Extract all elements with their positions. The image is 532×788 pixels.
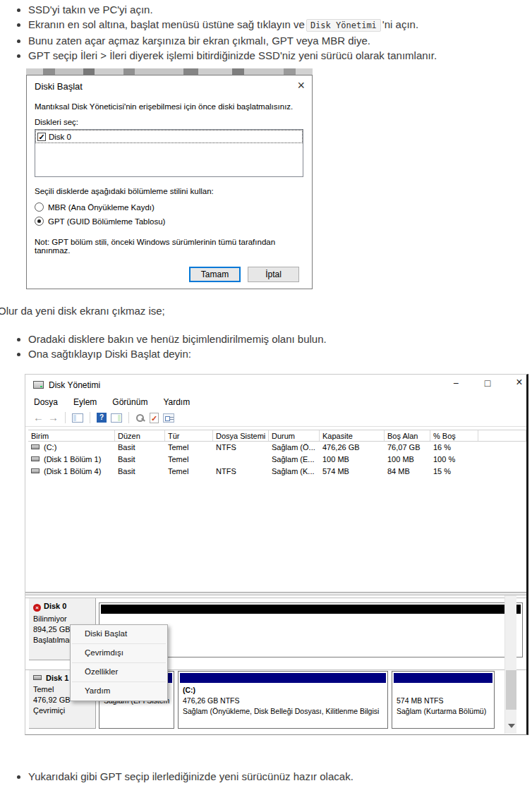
- cell-text: 15 %: [430, 466, 478, 478]
- disk-management-app-icon: [33, 381, 44, 389]
- partition-style-label: Seçili disklerde aşağıdaki bölümleme sti…: [35, 187, 214, 195]
- radio-gpt-row[interactable]: GPT (GUID Bölümleme Tablosu): [35, 217, 165, 226]
- dm-menubar: Dosya Eylem Görünüm Yardım: [25, 396, 526, 409]
- volume-cell: (Disk 1 Bölüm 4): [28, 466, 115, 478]
- fallback-heading: Olur da yeni disk ekranı çıkmaz ise;: [0, 305, 165, 317]
- header-birim[interactable]: Birim: [28, 430, 115, 441]
- cell-filler: [478, 466, 526, 478]
- scroll-down-icon[interactable]: [508, 724, 515, 728]
- context-menu-item-yardim[interactable]: Yardım: [71, 682, 167, 701]
- cell-text: NTFS: [213, 442, 269, 454]
- toolbar-separator: [128, 412, 129, 423]
- disk1-name: Disk 1: [46, 674, 68, 682]
- header-duzen[interactable]: Düzen: [115, 430, 165, 441]
- dm-titlebar: Disk Yönetimi − □ ×: [25, 375, 526, 396]
- radio-mbr-row[interactable]: MBR (Ana Önyükleme Kaydı): [35, 202, 155, 212]
- partition-recovery-text: 574 MB NTFS Sağlam (Kurtarma Bölümü): [392, 683, 494, 717]
- volume-icon: [31, 468, 40, 473]
- cell-text: [213, 454, 269, 466]
- disk0-name: Disk 0: [44, 602, 66, 610]
- cell-text: Temel: [165, 466, 213, 478]
- header-bos-alan[interactable]: Boş Alan: [385, 430, 430, 441]
- cell-text: 476,26 GB: [320, 442, 385, 454]
- intro-bullet-1-text: SSD'yi takın ve PC'yi açın.: [28, 4, 153, 16]
- disk-list-item[interactable]: ✓ Disk 0: [36, 131, 302, 143]
- unallocated-bar: [101, 605, 521, 614]
- vertical-scrollbar[interactable]: [504, 595, 516, 734]
- context-menu-item-ozellikler[interactable]: Özellikler: [71, 663, 167, 681]
- help-icon[interactable]: ?: [97, 413, 107, 423]
- properties-list-icon[interactable]: [163, 413, 174, 423]
- console-tree-icon[interactable]: [72, 413, 83, 423]
- partition-size: 574 MB NTFS: [397, 696, 494, 706]
- header-dosya-sistemi[interactable]: Dosya Sistemi: [213, 430, 269, 441]
- cell-text: Temel: [165, 442, 213, 454]
- header-yuzde-bos[interactable]: % Boş: [430, 430, 478, 441]
- toolbar-separator: [90, 412, 90, 423]
- context-menu-item-diski-baslat[interactable]: Diski Başlat: [71, 625, 167, 643]
- dm-window-title: Disk Yönetimi: [49, 380, 100, 390]
- intro-bullet-2-post: 'ni açın.: [382, 18, 418, 30]
- pane-splitter[interactable]: [25, 592, 526, 595]
- disk-listbox[interactable]: ✓ Disk 0: [35, 129, 303, 177]
- disk-error-icon: ×: [33, 604, 41, 612]
- disk-checkbox[interactable]: ✓: [37, 133, 46, 141]
- header-kapasite[interactable]: Kapasite: [320, 430, 385, 441]
- gpt-radio[interactable]: [35, 217, 44, 226]
- magnifier-icon[interactable]: [135, 413, 145, 423]
- forward-icon[interactable]: →: [48, 412, 59, 423]
- menu-gorunum[interactable]: Görünüm: [105, 396, 155, 409]
- volume-cell: (Disk 1 Bölüm 1): [28, 454, 115, 466]
- cell-text: Basit: [115, 442, 165, 454]
- cell-text: 100 MB: [320, 454, 385, 466]
- cancel-button[interactable]: İptal: [248, 267, 299, 282]
- table-row[interactable]: (C:) Basit Temel NTFS Sağlam (Ö... 476,2…: [28, 442, 526, 454]
- table-row[interactable]: (Disk 1 Bölüm 1) Basit Temel Sağlam (E..…: [28, 454, 526, 466]
- minimize-icon[interactable]: −: [445, 377, 466, 389]
- partition-c[interactable]: (C:) 476,26 GB NTFS Sağlam (Önyükleme, D…: [178, 671, 388, 729]
- menu-yardim[interactable]: Yardım: [156, 396, 197, 409]
- table-row[interactable]: (Disk 1 Bölüm 4) Basit Temel NTFS Sağlam…: [28, 466, 526, 478]
- dialog-close-icon[interactable]: ×: [297, 78, 305, 93]
- outro-bullet-text: Yukarıdaki gibi GPT seçip ilerlediğinizd…: [28, 770, 353, 782]
- mid-bullet-2: Ona sağtıklayıp Diski Başlat deyin:: [28, 346, 522, 361]
- mid-bullet-2-text: Ona sağtıklayıp Diski Başlat deyin:: [28, 348, 191, 360]
- cell-text: 76,07 GB: [385, 442, 430, 454]
- dm-toolbar: ← → ? ✓: [25, 409, 526, 427]
- tutorial-page: SSD'yi takın ve PC'yi açın. Ekranın en s…: [0, 0, 532, 788]
- intro-bullet-3: Bunu zaten açar açmaz karşınıza bir ekra…: [28, 33, 522, 48]
- cell-text: (Disk 1 Bölüm 4): [44, 467, 101, 475]
- disk0-context-menu: Diski Başlat Çevrimdışı Özellikler Yardı…: [70, 624, 168, 701]
- header-durum[interactable]: Durum: [269, 430, 320, 441]
- header-filler: [478, 430, 526, 441]
- mbr-radio-label: MBR (Ana Önyükleme Kaydı): [48, 203, 155, 212]
- disk-row-divider: [25, 598, 526, 598]
- gpt-note: Not: GPT bölüm stili, önceki Windows sür…: [35, 238, 312, 255]
- cell-filler: [478, 454, 526, 466]
- mid-bullet-1: Oradaki disklere bakın ve henüz biçimlen…: [28, 332, 522, 346]
- intro-bullet-3-text: Bunu zaten açar açmaz karşınıza bir ekra…: [28, 35, 370, 47]
- intro-bullet-1: SSD'yi takın ve PC'yi açın.: [28, 2, 522, 17]
- intro-bullet-2: Ekranın en sol altına, başlat menüsü üst…: [28, 17, 522, 33]
- header-tur[interactable]: Tür: [165, 430, 213, 441]
- partition-recovery[interactable]: 574 MB NTFS Sağlam (Kurtarma Bölümü): [392, 671, 495, 729]
- menu-dosya[interactable]: Dosya: [27, 396, 65, 409]
- check-document-icon[interactable]: ✓: [150, 413, 159, 423]
- cell-text: 100 %: [430, 454, 478, 466]
- maximize-icon[interactable]: □: [477, 377, 498, 389]
- volume-icon: [31, 444, 40, 449]
- partition-status: Sağlam (Önyükleme, Disk Belleği Dosyası,…: [183, 706, 387, 717]
- mid-bullet-1-text: Oradaki disklere bakın ve henüz biçimlen…: [28, 333, 327, 345]
- partition-c-text: (C:) 476,26 GB NTFS Sağlam (Önyükleme, D…: [179, 683, 387, 717]
- close-icon[interactable]: ×: [509, 376, 530, 389]
- gpt-radio-label: GPT (GUID Bölümleme Tablosu): [48, 217, 165, 226]
- menu-eylem[interactable]: Eylem: [66, 396, 104, 409]
- outro-bullet: Yukarıdaki gibi GPT seçip ilerlediğinizd…: [28, 769, 522, 784]
- action-pane-icon[interactable]: [111, 413, 122, 423]
- cell-text: 100 MB: [385, 454, 430, 466]
- mbr-radio[interactable]: [35, 202, 44, 212]
- context-menu-item-cevrimdisi[interactable]: Çevrimdışı: [71, 644, 167, 662]
- ok-button[interactable]: Tamam: [189, 267, 241, 282]
- back-icon[interactable]: ←: [33, 412, 44, 423]
- scrollbar-thumb[interactable]: [506, 670, 516, 710]
